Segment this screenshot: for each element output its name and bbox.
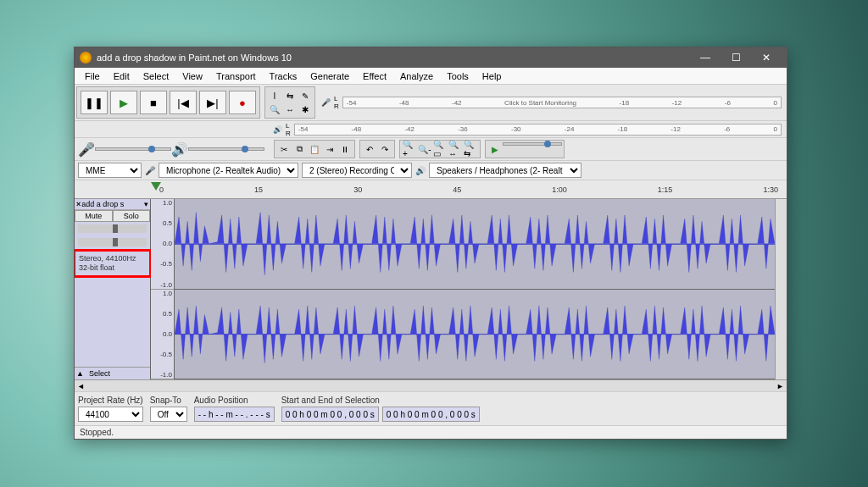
select-button[interactable]: Select bbox=[89, 369, 110, 378]
horizontal-scrollbar[interactable] bbox=[75, 379, 787, 391]
draw-tool-icon[interactable]: ✎ bbox=[298, 89, 313, 102]
pause-button[interactable]: ❚❚ bbox=[81, 91, 108, 114]
timeline-ruler[interactable]: 0 15 30 45 1:00 1:15 1:30 bbox=[75, 180, 787, 199]
play-speed-slider[interactable] bbox=[503, 142, 562, 146]
minimize-button[interactable]: — bbox=[690, 48, 721, 67]
trim-icon[interactable]: ⇥ bbox=[322, 142, 337, 156]
menu-view[interactable]: View bbox=[175, 69, 209, 83]
mute-button[interactable]: Mute bbox=[75, 210, 113, 222]
vertical-scrollbar[interactable] bbox=[775, 199, 787, 379]
collapse-icon[interactable]: ▲ bbox=[76, 369, 84, 378]
zoom-sel-icon[interactable]: 🔍▭ bbox=[432, 142, 448, 156]
app-icon bbox=[80, 52, 92, 64]
track-control-panel: × add a drop s ▾ Mute Solo Stereo, 44100… bbox=[75, 199, 151, 379]
meter-lr-label-2: LR bbox=[286, 122, 291, 137]
speaker-icon[interactable]: 🔊 bbox=[272, 125, 282, 135]
pan-slider[interactable] bbox=[78, 238, 147, 246]
menubar: File Edit Select View Transport Tracks G… bbox=[75, 68, 787, 85]
menu-edit[interactable]: Edit bbox=[107, 69, 136, 83]
zoom-tool-icon[interactable]: 🔍 bbox=[267, 102, 282, 116]
mic-icon[interactable]: 🎤 bbox=[320, 97, 331, 108]
playback-device-select[interactable]: Speakers / Headphones (2- Realt bbox=[429, 163, 581, 178]
status-bar: Stopped. bbox=[75, 425, 787, 439]
mic-slider-icon: 🎤 bbox=[81, 144, 92, 154]
zoom-out-icon[interactable]: 🔍- bbox=[417, 142, 432, 156]
menu-tracks[interactable]: Tracks bbox=[263, 69, 304, 83]
window-title: add a drop shadow in Paint.net on Window… bbox=[97, 53, 690, 63]
zoom-toggle-icon[interactable]: 🔍⇆ bbox=[463, 142, 478, 156]
titlebar[interactable]: add a drop shadow in Paint.net on Window… bbox=[75, 47, 787, 68]
audio-host-select[interactable]: MME bbox=[78, 163, 142, 178]
menu-select[interactable]: Select bbox=[136, 69, 176, 83]
speaker-device-icon: 🔊 bbox=[415, 165, 426, 175]
playback-meter[interactable]: -54-48-42-36-30-24-18-12-60 bbox=[294, 124, 782, 136]
record-button[interactable]: ● bbox=[229, 91, 256, 114]
mic-device-icon: 🎤 bbox=[145, 165, 155, 175]
project-rate-label: Project Rate (Hz) bbox=[78, 396, 143, 405]
menu-analyze[interactable]: Analyze bbox=[393, 69, 440, 83]
audio-position-label: Audio Position bbox=[194, 396, 275, 405]
tools-toolbar: I ⇆ ✎ 🔍 ↔ ✱ bbox=[264, 86, 315, 119]
play-at-speed-icon[interactable]: ▶ bbox=[487, 142, 503, 156]
waveform-right[interactable] bbox=[175, 290, 775, 380]
selection-tool-icon[interactable]: I bbox=[267, 89, 282, 102]
track-name[interactable]: add a drop s bbox=[81, 200, 143, 208]
maximize-button[interactable]: ☐ bbox=[721, 48, 751, 67]
track-close-button[interactable]: × bbox=[76, 200, 81, 208]
selection-label: Start and End of Selection bbox=[281, 396, 480, 405]
record-volume-slider[interactable] bbox=[95, 147, 171, 151]
tracks-area: × add a drop s ▾ Mute Solo Stereo, 44100… bbox=[75, 199, 787, 379]
solo-button[interactable]: Solo bbox=[113, 210, 151, 222]
play-button[interactable]: ▶ bbox=[110, 91, 137, 114]
audio-position-field[interactable]: - - h - - m - - . - - - s bbox=[194, 407, 275, 422]
track-format-info: Stereo, 44100Hz 32-bit float bbox=[75, 249, 152, 278]
menu-generate[interactable]: Generate bbox=[303, 69, 356, 83]
envelope-tool-icon[interactable]: ⇆ bbox=[282, 89, 298, 102]
stop-button[interactable]: ■ bbox=[140, 91, 167, 114]
redo-icon[interactable]: ↷ bbox=[377, 142, 392, 156]
timeshift-tool-icon[interactable]: ↔ bbox=[282, 102, 298, 116]
project-rate-select[interactable]: 44100 bbox=[78, 407, 143, 422]
selection-end-field[interactable]: 0 0 h 0 0 m 0 0 , 0 0 0 s bbox=[382, 407, 480, 422]
meter-lr-label: LR bbox=[334, 95, 339, 110]
skip-end-button[interactable]: ▶| bbox=[199, 91, 226, 114]
menu-tools[interactable]: Tools bbox=[440, 69, 476, 83]
gain-slider[interactable] bbox=[78, 224, 147, 233]
device-toolbar: MME 🎤 Microphone (2- Realtek Audio) 2 (S… bbox=[75, 161, 787, 180]
selection-toolbar: Project Rate (Hz) 44100 Snap-To Off Audi… bbox=[75, 391, 787, 425]
menu-file[interactable]: File bbox=[78, 69, 107, 83]
menu-help[interactable]: Help bbox=[476, 69, 509, 83]
skip-start-button[interactable]: |◀ bbox=[170, 91, 197, 114]
audacity-window: add a drop shadow in Paint.net on Window… bbox=[74, 47, 787, 440]
playback-volume-slider[interactable] bbox=[188, 147, 264, 151]
copy-icon[interactable]: ⧉ bbox=[292, 142, 307, 156]
transport-toolbar: ❚❚ ▶ ■ |◀ ▶| ● bbox=[76, 86, 260, 119]
record-device-select[interactable]: Microphone (2- Realtek Audio) bbox=[159, 163, 298, 178]
track-menu-dropdown[interactable]: ▾ bbox=[144, 200, 148, 208]
cut-icon[interactable]: ✂ bbox=[276, 142, 292, 156]
zoom-fit-icon[interactable]: 🔍↔ bbox=[448, 142, 463, 156]
selection-start-field[interactable]: 0 0 h 0 0 m 0 0 , 0 0 0 s bbox=[281, 407, 379, 422]
close-button[interactable]: ✕ bbox=[751, 48, 782, 67]
snap-to-label: Snap-To bbox=[150, 396, 187, 405]
undo-icon[interactable]: ↶ bbox=[362, 142, 377, 156]
amplitude-scale: 1.00.50.0-0.5-1.0 1.00.50.0-0.5-1.0 bbox=[151, 199, 175, 379]
playhead-icon[interactable] bbox=[151, 182, 161, 191]
multi-tool-icon[interactable]: ✱ bbox=[298, 102, 313, 116]
paste-icon[interactable]: 📋 bbox=[307, 142, 322, 156]
record-meter[interactable]: -54-48-42 Click to Start Monitoring -18-… bbox=[342, 97, 782, 108]
record-channels-select[interactable]: 2 (Stereo) Recording Cha bbox=[302, 163, 412, 178]
speaker-slider-icon: 🔊 bbox=[175, 144, 185, 154]
menu-effect[interactable]: Effect bbox=[356, 69, 393, 83]
menu-transport[interactable]: Transport bbox=[209, 69, 263, 83]
zoom-in-icon[interactable]: 🔍+ bbox=[402, 142, 417, 156]
silence-icon[interactable]: ⏸ bbox=[337, 142, 353, 156]
snap-to-select[interactable]: Off bbox=[150, 407, 187, 422]
waveform-left[interactable] bbox=[175, 199, 775, 290]
